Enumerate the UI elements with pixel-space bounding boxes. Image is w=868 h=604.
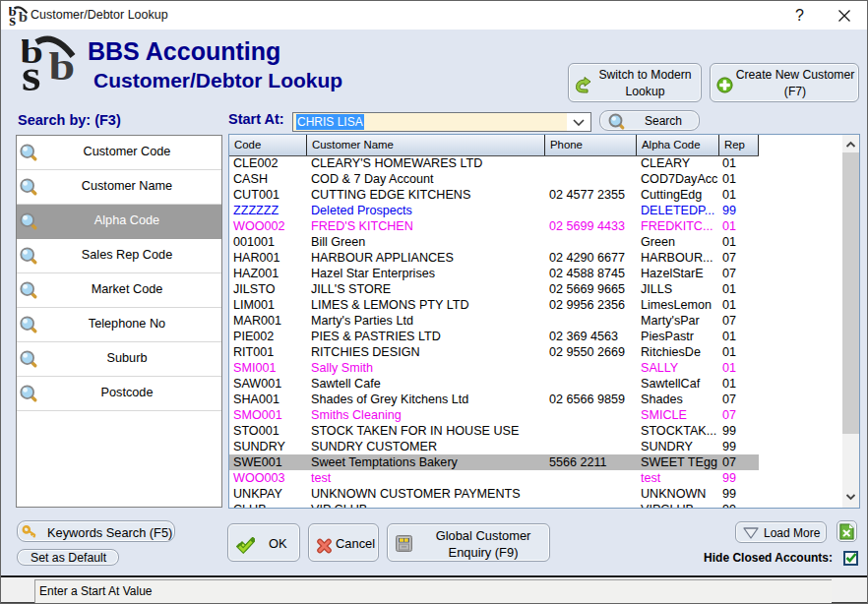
svg-text:s: s bbox=[9, 11, 16, 26]
svg-text:s: s bbox=[22, 49, 40, 91]
